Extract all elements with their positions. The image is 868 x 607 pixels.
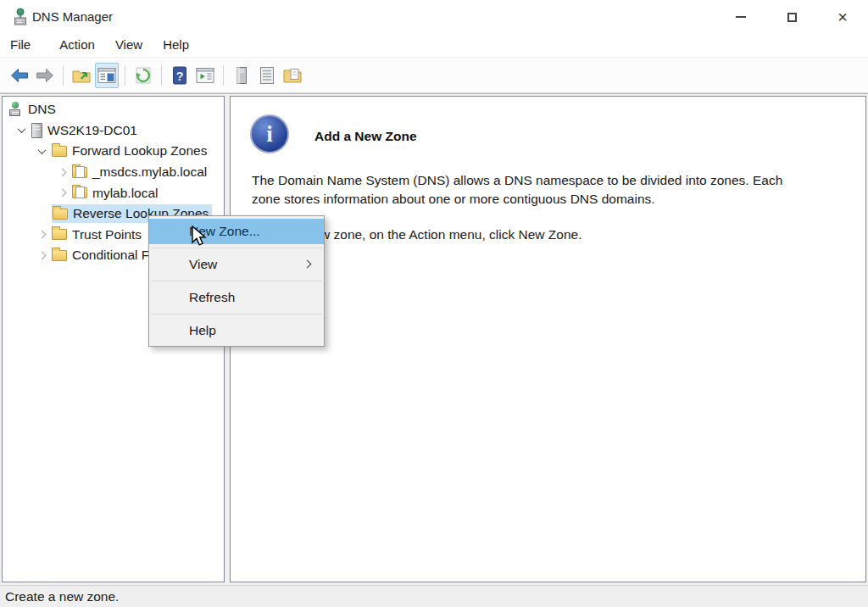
zone-folder-icon <box>72 167 87 178</box>
chevron-expanded-icon[interactable] <box>31 148 52 154</box>
close-button[interactable]: × <box>817 0 868 34</box>
action-pane-icon <box>195 65 215 86</box>
folder-icon <box>52 229 67 240</box>
menu-separator <box>151 314 322 315</box>
forward-button[interactable] <box>33 63 57 88</box>
console-tree-icon <box>97 65 117 86</box>
chevron-collapsed-icon[interactable] <box>31 253 52 259</box>
close-icon: × <box>837 8 848 25</box>
export-list-button[interactable] <box>281 63 304 88</box>
tree-item-label: Trust Points <box>67 227 142 242</box>
submenu-chevron-icon <box>303 260 312 269</box>
content-area: DNS WS2K19-DC01 Forward Lookup Zones _ms… <box>0 93 868 585</box>
maximize-icon <box>787 13 797 22</box>
chevron-expanded-icon[interactable] <box>11 127 31 133</box>
toolbar: ? <box>0 58 868 93</box>
menu-separator <box>151 248 322 248</box>
forward-arrow-icon <box>35 65 55 86</box>
tree-item-dns-root[interactable]: DNS <box>3 99 224 120</box>
window-controls: × <box>715 0 868 34</box>
folder-up-icon <box>71 65 92 86</box>
maximize-button[interactable] <box>766 0 817 34</box>
window-title: DNS Manager <box>32 0 113 34</box>
context-menu-item-help[interactable]: Help <box>149 318 324 343</box>
tree-item-label: _msdcs.mylab.local <box>87 164 207 180</box>
status-bar: Create a new zone. <box>0 585 868 607</box>
tree-item-msdcs-zone[interactable]: _msdcs.mylab.local <box>3 162 224 183</box>
context-menu-item-new-zone[interactable]: New Zone... <box>149 219 324 244</box>
tree-item-label: DNS <box>23 102 56 117</box>
tree-item-label: Forward Lookup Zones <box>67 143 207 159</box>
back-arrow-icon <box>9 65 30 86</box>
menu-help[interactable]: Help <box>153 34 199 58</box>
dns-app-icon <box>12 7 29 27</box>
panel-instruction: To add a new zone, on the Action menu, c… <box>252 227 828 242</box>
chevron-collapsed-icon[interactable] <box>31 231 52 237</box>
back-button[interactable] <box>8 63 31 88</box>
chevron-collapsed-icon[interactable] <box>52 190 72 196</box>
folder-icon <box>52 250 67 261</box>
show-action-pane-button[interactable] <box>193 63 217 88</box>
server-status-button[interactable] <box>230 63 253 88</box>
refresh-icon <box>133 65 153 86</box>
toolbar-separator <box>161 65 162 86</box>
context-menu-item-refresh[interactable]: Refresh <box>149 285 324 310</box>
context-menu: New Zone... View Refresh Help <box>148 215 325 347</box>
title-bar: DNS Manager × <box>0 0 868 34</box>
tree-item-label: WS2K19-DC01 <box>42 123 137 138</box>
list-icon <box>257 65 277 86</box>
menu-separator <box>151 281 322 281</box>
refresh-button[interactable] <box>131 63 155 88</box>
minimize-icon <box>736 16 746 18</box>
record-list-button[interactable] <box>255 63 279 88</box>
toolbar-separator <box>223 65 224 86</box>
minimize-button[interactable] <box>715 0 766 34</box>
tree-item-forward-lookup-zones[interactable]: Forward Lookup Zones <box>3 141 224 162</box>
dns-manager-window: DNS Manager × File Action View Help <box>0 0 868 607</box>
tree-item-mylab-zone[interactable]: mylab.local <box>3 182 224 203</box>
up-one-level-button[interactable] <box>70 63 93 88</box>
tree-item-label: mylab.local <box>87 186 159 201</box>
toolbar-separator <box>63 65 64 86</box>
menu-view[interactable]: View <box>105 34 153 58</box>
folder-file-icon <box>282 65 303 86</box>
svg-text:?: ? <box>175 69 183 83</box>
menu-file[interactable]: File <box>10 34 49 58</box>
info-icon: i <box>250 114 289 153</box>
panel-description: The Domain Name System (DNS) allows a DN… <box>252 171 813 208</box>
folder-icon <box>53 209 68 220</box>
help-icon: ? <box>170 65 190 86</box>
context-menu-item-label: View <box>189 257 217 271</box>
menu-action[interactable]: Action <box>49 34 105 58</box>
show-console-tree-button[interactable] <box>95 63 119 88</box>
help-button[interactable]: ? <box>168 63 192 88</box>
server-icon <box>231 65 252 86</box>
chevron-collapsed-icon[interactable] <box>52 170 72 175</box>
tree-item-server[interactable]: WS2K19-DC01 <box>3 120 224 142</box>
context-menu-item-view[interactable]: View <box>149 252 324 277</box>
dns-root-icon <box>8 102 23 117</box>
details-panel: i Add a New Zone The Domain Name System … <box>230 96 866 582</box>
server-icon <box>31 123 42 138</box>
folder-icon <box>52 146 67 157</box>
menu-bar: File Action View Help <box>0 34 868 58</box>
panel-heading: Add a New Zone <box>314 129 417 144</box>
status-text: Create a new zone. <box>5 586 119 607</box>
toolbar-separator <box>125 65 125 86</box>
zone-folder-icon <box>72 187 87 198</box>
mouse-cursor-icon <box>190 226 210 251</box>
